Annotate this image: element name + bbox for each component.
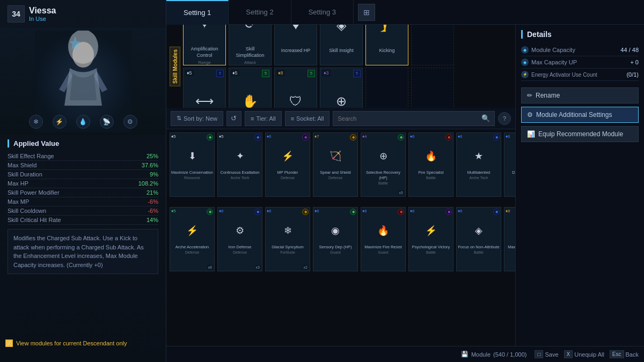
inv-icon: ⬇ — [180, 143, 204, 169]
inv-icon: ◉ — [324, 217, 347, 244]
stat-row: Skill Power Modifier 21% — [8, 188, 158, 197]
back-action[interactable]: Esc Back — [610, 350, 639, 358]
equipped-module-card[interactable]: ♦6 6 ◈ Skill Insight — [320, 25, 363, 65]
inventory-module-card[interactable]: ♦6 ◆ ⚙ Iron Defense Defense x3 — [217, 207, 262, 271]
additional-settings-button[interactable]: ⚙ Module Additional Settings — [521, 107, 639, 123]
bottom-bar: 💾 Module (540 / 1,000) □ Save X Unequip … — [166, 346, 644, 362]
capacity-icon: ◆ — [521, 46, 529, 54]
inv-socket: ◆ — [302, 134, 309, 141]
empty-module-slot[interactable] — [411, 25, 454, 65]
inv-icon: ✦ — [228, 143, 252, 169]
portrait-icon-4[interactable]: 📡 — [100, 115, 114, 129]
stat-name: Max MP — [8, 198, 29, 205]
module-icon-area: ✦ — [188, 25, 221, 45]
inventory-module-card[interactable]: ♦8 ◆ 🔥 Maximize Fire Resist Battle — [504, 207, 515, 271]
save-action[interactable]: □ Save — [535, 350, 558, 358]
search-input[interactable] — [338, 115, 478, 122]
inventory-module-card[interactable]: ♦6 ◆ ⚡ Psychological Victory Battle — [408, 207, 453, 271]
inventory-module-card[interactable]: ♦6 ◆ ⚡ MP Plunder Defense — [265, 132, 310, 197]
max-capacity-row: ◆ Max Capacity UP + 0 — [521, 56, 639, 69]
inv-name: Maximize Conservation — [170, 169, 214, 176]
inv-tier: ♦6 — [410, 134, 415, 139]
inventory-module-card[interactable]: ♦6 ◆ ❄ Glacial Syncytium Fortitude x2 — [265, 207, 310, 271]
empty-module-slot[interactable] — [365, 68, 408, 108]
unequip-all-action[interactable]: X Unequip All — [564, 350, 604, 358]
equipped-module-card[interactable]: ♦5 5 ✋ Nimble Fingers — [229, 68, 272, 108]
inv-sub: Defense — [233, 250, 247, 254]
inventory-module-card[interactable]: ♦5 ◆ ⚡ Arche Acceleration Defense x8 — [170, 207, 215, 271]
equip-recommended-button[interactable]: 📊 Equip Recommended Module — [521, 126, 639, 142]
view-checkbox-row[interactable]: ✓ View modules for current Descendant on… — [5, 339, 127, 347]
equip-recommended-label: Equip Recommended Module — [538, 130, 623, 138]
tier-filter-button[interactable]: ≡ Tier: All — [245, 111, 282, 126]
equipped-module-card[interactable]: ♦3 5 ⊕ Skill Expansion — [320, 68, 363, 108]
portrait-icon-5[interactable]: ⚙ — [123, 115, 137, 129]
inv-name: Iron Defense — [228, 244, 253, 250]
equipped-module-card[interactable]: ♦8 5 🛡 Increased Shield — [274, 68, 317, 108]
applied-value-title: Applied Value — [8, 139, 158, 147]
max-capacity-label: ◆ Max Capacity UP — [521, 58, 577, 66]
module-icon-area: ⟳ — [234, 25, 266, 45]
empty-module-slot[interactable] — [411, 68, 454, 108]
inv-socket: ◆ — [350, 134, 356, 141]
stat-row: Skill Critical Hit Rate 14% — [8, 216, 158, 225]
inv-tier: ♦6 — [314, 209, 319, 213]
equipped-module-card[interactable]: ♦0 6 🦵 Kicking — [365, 25, 408, 65]
inv-socket: ◆ — [207, 209, 213, 215]
character-name: Viessa — [29, 6, 56, 16]
inventory-module-card[interactable]: ♦5 ◆ ✦ Continuous Exaltation Arche Tech — [217, 132, 262, 197]
stat-name: Max HP — [8, 180, 28, 187]
equipped-module-card[interactable]: ♦8 6 ♥ Increased HP — [274, 25, 317, 65]
content-left: Skill Modules ♦5 6 ✦ Amplification Contr… — [166, 25, 515, 346]
stat-row: Max HP 108.2% — [8, 179, 158, 188]
equipped-module-card[interactable]: ♦6 6 ⟳ Skill Simplification Attack — [229, 25, 272, 65]
stat-name: Skill Power Modifier — [8, 189, 60, 196]
inventory-module-card[interactable]: ♦6 ◆ 🔥 Fire Specialist Battle — [408, 132, 453, 197]
sort-button[interactable]: ⇅ Sort by: New — [171, 111, 223, 126]
tab-grid-button[interactable]: ⊞ — [358, 4, 375, 21]
inv-icon: ⚙ — [228, 217, 252, 244]
inv-tier: ♦6 — [458, 134, 463, 139]
stats-container: Skill Effect Range 25%Max Shield 37.6%Sk… — [8, 152, 158, 225]
stat-value: 14% — [147, 217, 158, 223]
details-title: Details — [521, 30, 639, 39]
search-icon[interactable]: 🔍 — [481, 114, 490, 122]
refresh-button[interactable]: ↺ — [226, 111, 241, 126]
portrait-icon-1[interactable]: ❄ — [29, 115, 43, 129]
module-icon-area: ✋ — [234, 80, 266, 108]
count-badge: x3 — [255, 265, 261, 270]
stat-row: Skill Effect Range 25% — [8, 152, 158, 161]
inv-socket: ◆ — [254, 209, 261, 215]
module-icon-area: 🦵 — [371, 25, 403, 47]
socket-filter-button[interactable]: ≡ Socket: All — [285, 111, 330, 126]
rename-label: Rename — [536, 92, 560, 99]
portrait-icon-3[interactable]: 💧 — [76, 115, 90, 129]
equipped-grid: ♦5 6 ✦ Amplification Control Range ♦6 6 … — [183, 25, 512, 108]
equipped-module-card[interactable]: ♦5 6 ✦ Amplification Control Range — [183, 25, 226, 65]
inv-name: Fire Specialist — [417, 169, 444, 176]
inventory-module-card[interactable]: ♦6 ◆ 🔥 Maximize Fire Resist Guard — [361, 207, 406, 271]
tab-setting2[interactable]: Setting 2 — [229, 0, 291, 25]
energy-value: (0/1) — [626, 71, 639, 78]
help-button[interactable]: ? — [498, 112, 511, 125]
tab-setting1[interactable]: Setting 1 — [166, 0, 229, 25]
inventory-module-card[interactable]: ♦6 ◆ ◉ Sensory Dep (HP) Guard — [313, 207, 358, 271]
module-icon: ⊕ — [328, 88, 355, 108]
details-panel: Details ◆ Module Capacity 44 / 48 ◆ Max … — [515, 25, 644, 346]
inv-sub: Defense — [281, 176, 295, 180]
inventory-module-card[interactable]: ♦4 ◆ ⊕ Selective Recovery (HP) Battle x5 — [361, 132, 406, 197]
inventory-module-card[interactable]: ♦7 ◆ 🏹 Spear and Shield Defense — [313, 132, 358, 197]
equipped-module-card[interactable]: ♦5 5 ⟷ Skill Extension — [183, 68, 226, 108]
inventory-module-card[interactable]: ♦6 ◆ ★ Multitalented Arche Tech — [456, 132, 501, 197]
rename-button[interactable]: ✏ Rename — [521, 87, 639, 104]
sort-label: Sort by: New — [184, 115, 217, 122]
inventory-module-card[interactable]: ♦6 ◆ 🛡 Defense Stance Defense — [504, 132, 515, 197]
tab-setting3[interactable]: Setting 3 — [291, 0, 354, 25]
inventory-module-card[interactable]: ♦6 ◆ ◈ Focus on Non-Attribute Battle — [456, 207, 501, 271]
view-checkbox[interactable]: ✓ — [5, 339, 13, 347]
portrait-icon-2[interactable]: ⚡ — [53, 115, 67, 129]
inv-sub: Defense — [328, 176, 342, 180]
module-name: Skill Insight — [327, 47, 355, 55]
inventory-module-card[interactable]: ♦5 ◆ ⬇ Maximize Conservation Resource — [170, 132, 215, 197]
save-key: □ — [535, 350, 543, 358]
